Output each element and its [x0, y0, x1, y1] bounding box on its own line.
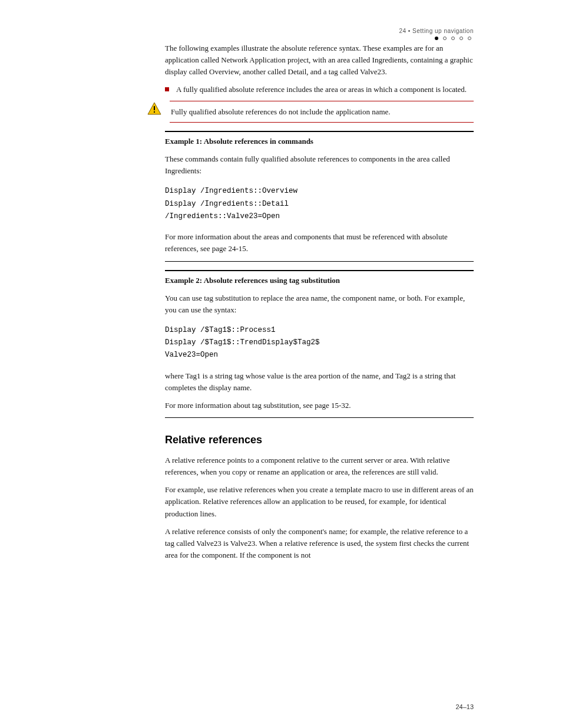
section-heading: Relative references	[165, 432, 474, 449]
svg-rect-1	[154, 106, 155, 110]
example2-heading: Example 2: Absolute references using tag…	[165, 270, 474, 286]
rel-p1: A relative reference points to a compone…	[165, 454, 474, 478]
example1-more: For more information about the areas and…	[165, 231, 474, 255]
header-text: 24 • Setting up navigation	[399, 28, 474, 34]
svg-rect-2	[154, 111, 155, 113]
example1-code: Display /Ingredients::Overview Display /…	[165, 185, 474, 223]
example1-heading: Example 1: Absolute references in comman…	[165, 131, 474, 147]
divider	[165, 261, 474, 262]
intro-paragraph: The following examples illustrate the ab…	[165, 42, 474, 78]
example2-code: Display /$Tag1$::Process1 Display /$Tag1…	[165, 324, 474, 362]
example1-intro: These commands contain fully qualified a…	[165, 153, 474, 177]
dot-icon	[443, 37, 447, 40]
example1-heading-text: Example 1: Absolute references in comman…	[165, 137, 313, 146]
example2-para: You can use tag substitution to replace …	[165, 292, 474, 316]
example2-heading-text: Example 2: Absolute references using tag…	[165, 276, 340, 285]
warning-text: Fully qualified absolute references do n…	[170, 101, 474, 123]
dot-icon	[459, 37, 463, 40]
page-header: 24 • Setting up navigation	[399, 27, 474, 42]
bullet-text: A fully qualified absolute reference inc…	[176, 84, 474, 95]
bullet-item: A fully qualified absolute reference inc…	[165, 84, 474, 95]
square-bullet-icon	[165, 87, 169, 91]
example2-after1: where Tag1 is a string tag whose value i…	[165, 370, 474, 394]
divider	[165, 417, 474, 418]
page-number: 24–13	[455, 703, 474, 710]
dot-icon	[468, 37, 471, 40]
warning-callout: Fully qualified absolute references do n…	[147, 101, 474, 123]
rel-p2: For example, use relative references whe…	[165, 484, 474, 519]
warning-icon	[147, 102, 161, 115]
rel-p3: A relative reference consists of only th…	[165, 526, 474, 561]
example2-after2: For more information about tag substitut…	[165, 400, 474, 411]
dot-icon	[435, 37, 438, 40]
dot-icon	[451, 37, 455, 40]
